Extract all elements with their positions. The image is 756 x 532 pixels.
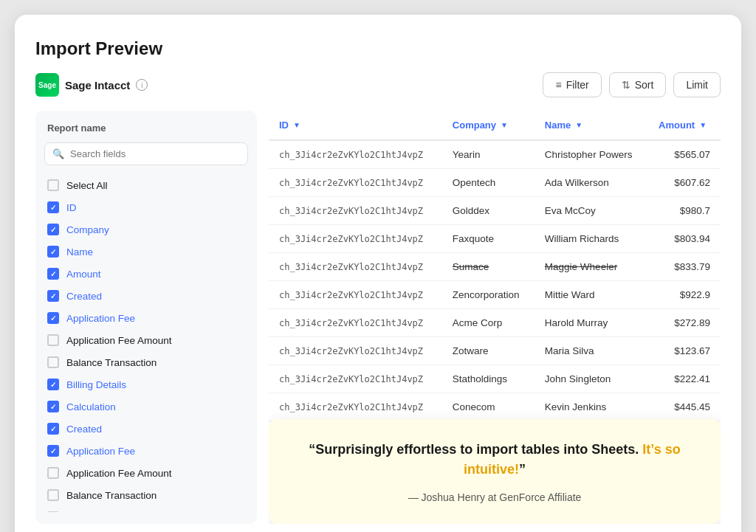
field-item-f1[interactable]: ID [44, 196, 248, 218]
sort-icon: ⇅ [622, 79, 630, 91]
testimonial-quote-end: ” [519, 462, 526, 477]
testimonial-quote-start: “Surprisingly effortless to import table… [309, 442, 642, 457]
testimonial-author: — Joshua Henry at GenForce Affiliate [292, 491, 697, 503]
cell-company: Golddex [442, 197, 535, 225]
field-label-f10: Calculation [66, 401, 116, 412]
cell-company: Zotware [442, 337, 535, 365]
field-item-f2[interactable]: Company [44, 218, 248, 241]
field-label-f9: Billing Details [66, 379, 126, 390]
toolbar: ≡ Filter ⇅ Sort Limit [543, 72, 721, 97]
checkbox-f7[interactable] [47, 334, 59, 346]
checkbox-f15[interactable] [47, 511, 59, 512]
search-box[interactable]: 🔍 [44, 142, 248, 165]
cell-company: Zencorporation [442, 281, 535, 309]
checkbox-f11[interactable] [47, 423, 59, 435]
main-card: Import Preview Sage Sage Intacct i ≡ Fil… [15, 15, 741, 532]
field-item-f4[interactable]: Amount [44, 263, 248, 285]
cell-name: Eva McCoy [535, 197, 648, 225]
table-row: ch_3Ji4cr2eZvKYlo2C1htJ4vpZFaxquoteWilli… [269, 225, 721, 253]
cell-amount: $833.79 [648, 253, 721, 281]
table-row: ch_3Ji4cr2eZvKYlo2C1htJ4vpZYearinChristo… [269, 140, 721, 169]
checkbox-f6[interactable] [47, 312, 59, 324]
cell-name: Harold Murray [535, 309, 648, 337]
checkbox-f1[interactable] [47, 201, 59, 213]
table-row: ch_3Ji4cr2eZvKYlo2C1htJ4vpZSumaceMaggie … [269, 253, 721, 281]
table-row: ch_3Ji4cr2eZvKYlo2C1htJ4vpZZencorporatio… [269, 281, 721, 309]
cell-name: Mittie Ward [535, 281, 648, 309]
testimonial-overlay: “Surprisingly effortless to import table… [269, 419, 721, 524]
field-item-f11[interactable]: Created [44, 418, 248, 440]
page-title: Import Preview [35, 38, 721, 59]
cell-id: ch_3Ji4cr2eZvKYlo2C1htJ4vpZ [269, 140, 442, 169]
table-row: ch_3Ji4cr2eZvKYlo2C1htJ4vpZGolddexEva Mc… [269, 197, 721, 225]
field-label-f13: Application Fee Amount [66, 468, 172, 479]
cell-amount: $222.41 [648, 365, 721, 393]
field-item-f10[interactable]: Calculation [44, 395, 248, 418]
cell-amount: $607.62 [648, 169, 721, 197]
field-label-f3: Name [66, 246, 93, 258]
field-item-f6[interactable]: Application Fee [44, 307, 248, 329]
field-item-f12[interactable]: Application Fee [44, 440, 248, 462]
main-content: Report name 🔍 Select AllIDCompanyNameAmo… [35, 111, 721, 524]
checkbox-f2[interactable] [47, 224, 59, 235]
field-item-f7[interactable]: Application Fee Amount [44, 329, 248, 351]
field-item-f13[interactable]: Application Fee Amount [44, 462, 248, 484]
cell-amount: $272.89 [648, 309, 721, 337]
header-col-id[interactable]: ID ▼ [269, 111, 442, 140]
cell-company: Sumace [442, 253, 535, 281]
cell-name: Kevin Jenkins [535, 393, 648, 421]
checkbox-f13[interactable] [47, 467, 59, 479]
table-row: ch_3Ji4cr2eZvKYlo2C1htJ4vpZAcme CorpHaro… [269, 309, 721, 337]
checkbox-f0[interactable] [47, 179, 59, 191]
cell-amount: $922.9 [648, 281, 721, 309]
cell-company: Conecom [442, 393, 535, 421]
header-col-amount[interactable]: Amount ▼ [648, 111, 721, 140]
table-row: ch_3Ji4cr2eZvKYlo2C1htJ4vpZOpentechAda W… [269, 169, 721, 197]
sage-logo-icon: Sage [35, 73, 59, 97]
sort-button[interactable]: ⇅ Sort [609, 72, 667, 97]
table-row: ch_3Ji4cr2eZvKYlo2C1htJ4vpZStatholdingsJ… [269, 365, 721, 393]
cell-amount: $803.94 [648, 225, 721, 253]
cell-id: ch_3Ji4cr2eZvKYlo2C1htJ4vpZ [269, 309, 442, 337]
sage-brand-name: Sage Intacct [65, 79, 130, 91]
field-item-f14[interactable]: Balance Transaction [44, 484, 248, 506]
cell-name: William Richards [535, 225, 648, 253]
field-item-f9[interactable]: Billing Details [44, 373, 248, 395]
field-label-f11: Created [66, 424, 102, 435]
cell-id: ch_3Ji4cr2eZvKYlo2C1htJ4vpZ [269, 365, 442, 393]
info-icon[interactable]: i [136, 79, 148, 91]
table-header-row: ID ▼Company ▼Name ▼Amount ▼ [269, 111, 721, 140]
field-label-f8: Balance Transaction [66, 357, 157, 368]
field-item-f5[interactable]: Created [44, 285, 248, 307]
checkbox-f14[interactable] [47, 489, 59, 501]
checkbox-f9[interactable] [47, 379, 59, 390]
checkbox-f12[interactable] [47, 445, 59, 457]
header-col-company[interactable]: Company ▼ [442, 111, 535, 140]
field-item-f8[interactable]: Balance Transaction [44, 351, 248, 373]
field-item-f0[interactable]: Select All [44, 174, 248, 196]
field-item-f3[interactable]: Name [44, 241, 248, 263]
cell-amount: $980.7 [648, 197, 721, 225]
limit-button[interactable]: Limit [673, 72, 721, 97]
field-label-f6: Application Fee [66, 313, 135, 324]
table-row: ch_3Ji4cr2eZvKYlo2C1htJ4vpZConecomKevin … [269, 393, 721, 421]
cell-company: Acme Corp [442, 309, 535, 337]
field-item-f15[interactable]: Billing Details [44, 506, 248, 512]
checkbox-f5[interactable] [47, 290, 59, 302]
checkbox-f4[interactable] [47, 268, 59, 280]
checkbox-f8[interactable] [47, 356, 59, 368]
header-col-name[interactable]: Name ▼ [535, 111, 648, 140]
search-input[interactable] [70, 148, 240, 159]
field-label-f2: Company [66, 224, 109, 235]
filter-icon: ≡ [555, 79, 561, 91]
filter-button[interactable]: ≡ Filter [543, 72, 601, 97]
cell-company: Faxquote [442, 225, 535, 253]
cell-id: ch_3Ji4cr2eZvKYlo2C1htJ4vpZ [269, 169, 442, 197]
testimonial-quote: “Surprisingly effortless to import table… [292, 440, 697, 480]
field-label-f4: Amount [66, 269, 101, 280]
cell-id: ch_3Ji4cr2eZvKYlo2C1htJ4vpZ [269, 393, 442, 421]
checkbox-f10[interactable] [47, 401, 59, 412]
field-label-f1: ID [66, 202, 77, 213]
checkbox-f3[interactable] [47, 246, 59, 258]
sidebar-title: Report name [44, 122, 248, 134]
